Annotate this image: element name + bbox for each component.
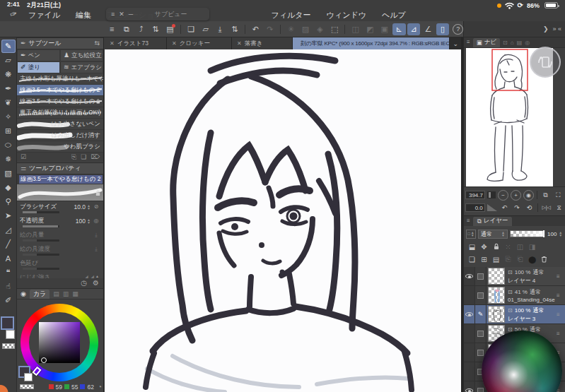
blend-mode-select[interactable]: 通常▲▼ (478, 230, 508, 239)
brush-item-selected[interactable]: 線画3.5一本でやる怠けもの 2 (17, 85, 103, 96)
menu-file[interactable]: ファイル (28, 10, 60, 20)
color-set-tab-icon[interactable]: ▥ (63, 290, 69, 297)
tab-close-icon[interactable]: ✕ (172, 40, 177, 47)
snap-grid-button[interactable]: ∠ (421, 23, 435, 35)
share-button[interactable]: ⤴ (134, 23, 148, 35)
paint-amount-slider[interactable] (23, 239, 59, 242)
layer-color-box[interactable]: □▲▼ (466, 230, 476, 239)
lock-layer-icon[interactable] (490, 242, 502, 252)
layer-row-2[interactable]: ⊡41 %通常 01_Standing_04se ≡ (464, 286, 565, 305)
lasso-tool-icon[interactable]: ⬭ (1, 138, 16, 152)
visibility-toggle[interactable] (464, 343, 475, 362)
doc-tab-active[interactable]: 刻の牢獄 KPC* (900 x 1600px 72dpi 394.7% : R… (293, 37, 450, 49)
visibility-toggle[interactable] (464, 381, 475, 392)
companion-mode-button[interactable]: ▯ (436, 23, 450, 35)
rotate-right-button[interactable]: ↷ (512, 203, 523, 213)
subtool-tab-paint[interactable]: ✐塗り (17, 61, 60, 73)
panel-menu-icon[interactable]: ≡ (467, 218, 470, 224)
select-rect-button[interactable]: ◫ (349, 23, 362, 35)
gradient-tool-icon[interactable]: ▧ (1, 167, 16, 180)
layer-thumbnail[interactable] (488, 306, 505, 323)
palette-menu-icon[interactable]: ≡ (111, 11, 115, 18)
open-file-button[interactable]: ▱ (199, 23, 212, 35)
opacity-slider[interactable] (23, 225, 59, 227)
shape-button[interactable]: ◈ (313, 23, 327, 35)
subtool-tab-airbrush[interactable]: ≋エアブラシ (60, 61, 103, 73)
delete-subtool-icon[interactable]: ⌦ (91, 154, 100, 160)
layer-thumbnail[interactable] (488, 268, 505, 285)
refresh-button[interactable]: ✳ (284, 23, 298, 35)
undo-button[interactable]: ↶ (249, 23, 262, 35)
menu-filter[interactable]: フィルター (272, 10, 311, 20)
zoom-in-button[interactable]: + (511, 190, 521, 201)
color-slider-tab-icon[interactable]: ▤ (53, 290, 59, 297)
menu-window[interactable]: ウィンドウ (327, 10, 366, 20)
item-bank-tab-icon[interactable]: ⌂ (511, 40, 514, 46)
palette-close-icon[interactable]: ✕ (119, 11, 124, 18)
visibility-toggle[interactable] (464, 362, 475, 381)
copy-subtool-icon[interactable]: ⎘ (71, 154, 76, 160)
decoration-tool-icon[interactable]: ❦ (1, 96, 16, 109)
zoom-percent-field[interactable]: 394.7 (465, 191, 485, 199)
color-history-tab-icon[interactable]: ▦ (72, 290, 78, 297)
stepper-icon[interactable]: ▲▼ (86, 218, 92, 224)
tab-list-chevron-icon[interactable]: ⌄ (450, 37, 461, 49)
stepper-icon[interactable]: ▲▼ (86, 204, 92, 210)
palette-minimize-icon[interactable]: ─ (129, 11, 133, 18)
subtool-tab-figure-pose[interactable]: ♟立ち絵役立ち (60, 49, 103, 61)
snap-special-ruler-button[interactable]: ⊿ (407, 23, 421, 35)
opacity-stepper-icon[interactable]: ▲▼ (559, 231, 562, 237)
color-options-icon[interactable]: ◔ (98, 383, 102, 391)
zoom-slider[interactable] (487, 191, 496, 198)
sparkle-tool-icon[interactable]: ✧ (1, 110, 16, 124)
brush-item[interactable]: 魔王色鉛筆(塗りも線画もOK!) (17, 107, 103, 119)
redo-button[interactable]: ↷ (264, 23, 277, 35)
mesh-tool-icon[interactable]: ⊞ (1, 124, 16, 138)
lock-transparent-pixels-icon[interactable]: ✥ (478, 242, 490, 252)
brush-item[interactable]: 線画3.5一本でやる怠けもの (17, 96, 103, 107)
transparent-color-swatch[interactable] (2, 343, 15, 349)
layer-select-checkbox[interactable] (475, 286, 487, 304)
set-as-draft-icon[interactable]: ◫ (514, 242, 526, 252)
eraser-tool-icon[interactable]: ▱ (1, 54, 16, 67)
collapse-button-2[interactable]: ⇅ (228, 23, 241, 35)
main-menu-button[interactable]: ≡ (105, 23, 119, 35)
angle-slider[interactable] (487, 204, 497, 211)
rotate-angle-field[interactable]: 0.0 (465, 203, 485, 212)
fit-to-screen-button[interactable]: ⧉ (540, 190, 551, 201)
crop-frame-button[interactable]: ⬚ (328, 23, 342, 35)
fill-tool-icon[interactable]: ◆ (1, 181, 16, 194)
window-mode-button[interactable]: ⧉ (120, 23, 134, 35)
tool-property-header[interactable]: ⚌ ツールプロパティ (17, 163, 103, 174)
layer-menu-icon[interactable]: ≡ (557, 324, 565, 343)
select-shrink-button[interactable]: ◩ (363, 23, 377, 35)
zoom-out-button[interactable]: − (498, 190, 508, 201)
enable-mask-icon[interactable]: ⁙ (502, 242, 514, 252)
doc-tab-1[interactable]: ✕ イラスト73 (105, 37, 167, 49)
tab-close-icon[interactable]: ✕ (237, 40, 242, 47)
layer-menu-icon[interactable]: ≡ (557, 286, 565, 304)
balloon-tool-icon[interactable]: ❝ (1, 266, 16, 279)
brush-item[interactable]: やわ肌ブラシ (17, 141, 103, 153)
menu-edit[interactable]: 編集 (76, 10, 91, 20)
subtool-swap-icon[interactable]: ⇆ (94, 40, 100, 47)
new-folder-icon[interactable]: ▤ (490, 254, 502, 265)
drawing-canvas[interactable] (105, 49, 461, 392)
fit-to-width-button[interactable]: ⛶ (553, 190, 564, 201)
transparent-color-swatch[interactable] (20, 384, 34, 389)
layer-row-1[interactable]: ⊡100 %通常 レイヤー 4 ≡ (464, 267, 565, 286)
object-tool-icon[interactable]: ➤ (1, 209, 16, 222)
transfer-down-icon[interactable]: ⎘ (502, 254, 514, 265)
duplicate-subtool-icon[interactable]: ❏ (81, 154, 86, 160)
check-all-icon[interactable]: ☑ (21, 154, 26, 160)
clip-studio-menu-icon[interactable]: ✑ (8, 8, 18, 20)
foreground-color-swatch[interactable] (2, 318, 13, 328)
line-tool-icon[interactable]: ╱ (1, 237, 16, 251)
color-stretch-slider[interactable] (23, 268, 59, 270)
paint-density-slider[interactable] (23, 254, 59, 256)
editing-target-icon[interactable]: ✎ (475, 305, 487, 323)
layer-opacity-value[interactable]: 100 (547, 231, 557, 237)
flip-horizontal-button[interactable]: ▷|◁ (541, 203, 552, 213)
brush-item[interactable]: はみ出さないペン (17, 119, 103, 130)
blend-tool-icon[interactable]: ❋ (1, 68, 16, 81)
